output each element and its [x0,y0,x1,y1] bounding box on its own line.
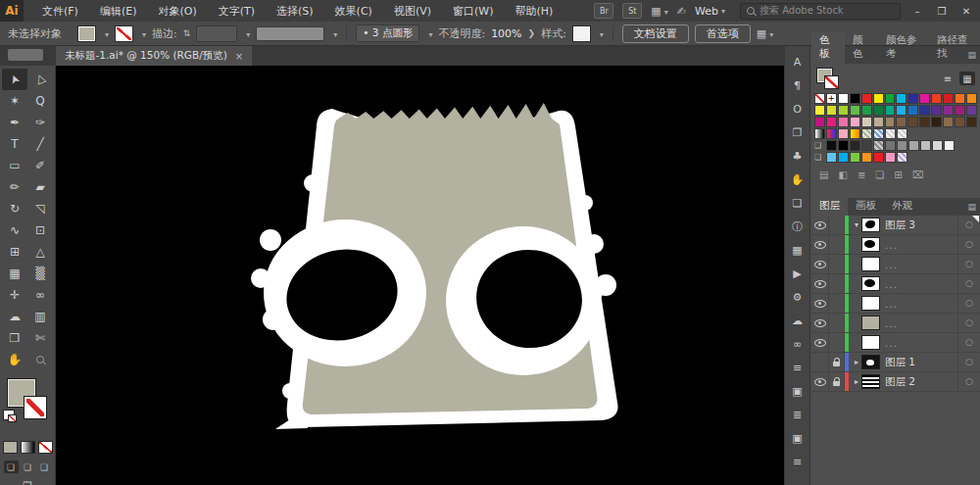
restore-button[interactable]: ❐ [934,6,950,17]
swatch[interactable] [896,117,906,127]
layer-row[interactable]: 图层 2○ [811,372,980,392]
stroke-panel-icon[interactable]: ≡ [789,360,807,375]
grid-view-icon[interactable]: ▦ [959,72,975,85]
swatch[interactable] [850,152,860,163]
swatch[interactable] [861,105,872,116]
opacity-value[interactable]: 100% [491,27,521,40]
document-setup-button[interactable]: 文档设置 [622,24,689,43]
export-panel-icon[interactable]: ❐ [789,124,807,140]
swatch[interactable] [966,105,977,116]
swatch[interactable] [873,117,884,127]
appearance-panel-icon[interactable]: ≣ [789,407,807,422]
swatch[interactable] [932,140,943,151]
lock-toggle[interactable] [829,353,845,371]
swatch-kinds-button[interactable]: ◧ [838,170,847,180]
graph-tool[interactable]: ▥ [27,306,53,327]
layer-name[interactable]: 图层 3 [885,218,915,232]
swatch[interactable] [826,152,837,163]
mini-stroke-swatch[interactable] [824,75,839,89]
swatches-tab-2[interactable]: 颜色参考 [878,31,929,64]
visibility-toggle[interactable] [811,294,829,313]
brushes-panel-icon[interactable]: ▣ [789,383,807,399]
rectangle-tool[interactable]: ▭ [2,155,27,176]
swatch-libraries-button[interactable]: ▤ [819,170,828,180]
swatch[interactable] [838,105,849,116]
stock-search-input[interactable]: 搜索 Adobe Stock [740,3,901,20]
swatch[interactable] [896,105,906,116]
layer-name[interactable]: ... [885,298,898,310]
style-swatch[interactable] [572,25,591,42]
pencil-tool[interactable]: ✏ [2,176,27,198]
perspective-grid-tool[interactable]: △ [27,241,53,263]
swatch[interactable] [943,105,954,116]
swatch[interactable] [838,128,849,139]
layer-name[interactable]: ... [885,337,898,349]
layer-object-row[interactable]: ...○ [811,314,980,333]
swatch[interactable] [838,140,849,151]
swatch[interactable] [850,105,860,116]
brush-definition-select[interactable]: • 3 点圆形 [356,24,419,42]
swatch-pattern[interactable] [873,140,884,151]
target-circle[interactable]: ○ [957,294,980,313]
paragraph-panel-icon[interactable]: ¶ [789,77,807,93]
symbol-sprayer-tool[interactable]: ☁ [2,306,27,327]
free-transform-tool[interactable]: ⊡ [27,219,53,241]
expand-toggle[interactable] [852,358,861,366]
asset-export-panel-icon[interactable]: ❏ [789,195,807,211]
tab-close-icon[interactable]: × [235,51,243,62]
direct-selection-tool[interactable]: ▷ [27,69,53,90]
workspace-switcher[interactable]: Web [695,5,725,18]
layer-object-row[interactable]: ...○ [811,333,980,353]
fill-color-swatch[interactable] [77,25,96,42]
swatch-registration[interactable]: + [826,93,837,104]
transform-panel-icon[interactable]: ▦ [789,242,807,258]
swatches-tab-0[interactable]: 色板 [811,31,845,64]
swatch[interactable] [838,117,849,127]
swatch[interactable] [885,93,896,104]
swatch[interactable] [814,105,825,116]
target-circle[interactable]: ○ [957,255,980,273]
swatch[interactable] [814,117,825,127]
swatch[interactable] [955,117,965,127]
swatch[interactable] [919,117,930,127]
blend-tool[interactable]: ∞ [27,284,53,306]
visibility-toggle[interactable] [811,274,829,293]
swatch[interactable] [826,117,837,127]
layer-name[interactable]: 图层 2 [885,375,915,389]
layer-row[interactable]: 图层 1○ [811,353,980,372]
scale-tool[interactable]: ◹ [27,198,53,219]
swatch[interactable] [907,105,918,116]
info-panel-icon[interactable]: ⓘ [789,218,807,234]
curvature-tool[interactable]: ✑ [27,112,53,133]
shape-builder-tool[interactable]: ⊞ [2,241,27,263]
swatch[interactable] [850,140,860,151]
swatch[interactable] [943,117,954,127]
panel-menu-icon[interactable]: ▤ [967,50,976,60]
target-circle[interactable]: ○ [957,372,980,391]
lock-toggle[interactable] [829,314,845,332]
swatch[interactable] [955,105,965,116]
brush-dropdown-icon[interactable] [425,27,432,40]
swatch-pattern[interactable] [873,128,884,139]
menu-item-0[interactable]: 文件(F) [31,1,89,22]
visibility-toggle[interactable] [811,333,829,352]
layer-name[interactable]: ... [885,317,898,329]
draw-inside-mode[interactable]: ❏ [37,461,52,473]
gradient-panel-icon[interactable]: ≡ [789,454,807,469]
image-trace-panel-icon[interactable]: ✋ [789,171,807,187]
layer-name[interactable]: ... [885,278,898,290]
type-tool[interactable]: T [2,133,27,155]
fill-dropdown-icon[interactable] [102,27,109,40]
lock-toggle[interactable] [829,333,845,352]
stroke-dropdown-icon[interactable] [139,27,146,40]
swatches-tab-1[interactable]: 颜色 [845,31,878,64]
swatch-gradient[interactable] [826,128,837,139]
target-circle[interactable]: ○ [957,333,980,352]
swatch[interactable] [873,93,884,104]
swatch-none[interactable] [814,93,825,104]
new-swatch-button[interactable]: ⊞ [894,170,902,180]
swatch[interactable] [931,117,942,127]
swatch[interactable] [838,93,849,104]
swatch[interactable] [885,140,896,151]
menu-item-3[interactable]: 文字(T) [208,1,266,22]
